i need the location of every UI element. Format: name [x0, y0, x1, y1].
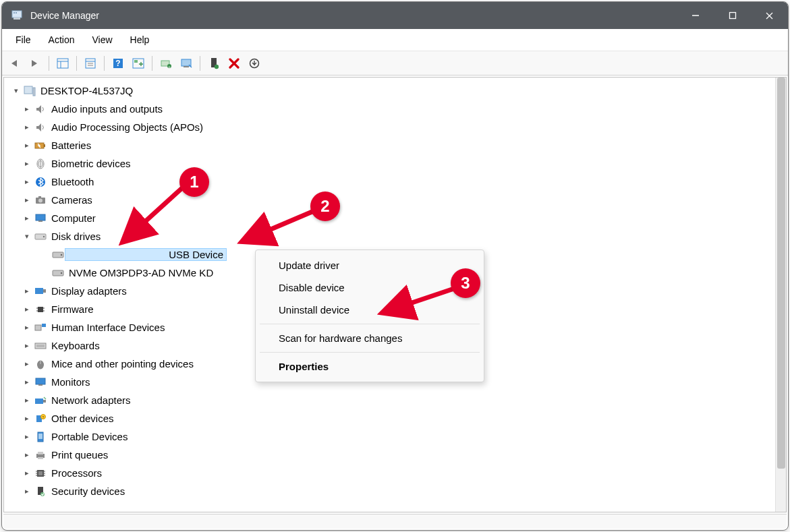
chevron-right-icon[interactable]: ▸ — [22, 432, 32, 442]
disk-icon — [34, 231, 47, 243]
tree-label: Processors — [50, 467, 103, 479]
chevron-right-icon[interactable]: ▸ — [22, 377, 32, 388]
tree-label: Human Interface Devices — [50, 322, 166, 333]
maximize-button[interactable] — [714, 2, 751, 29]
help-button[interactable]: ? — [109, 55, 127, 72]
menu-action[interactable]: Action — [40, 32, 83, 48]
chevron-right-icon[interactable]: ▸ — [22, 450, 32, 461]
tree-item-other[interactable]: ▸ ? Other devices — [4, 409, 775, 427]
security-device-icon — [34, 485, 47, 498]
tree-label: Keyboards — [50, 340, 101, 351]
svg-rect-30 — [44, 144, 45, 147]
scan-button[interactable] — [130, 55, 147, 72]
monitor-icon — [34, 212, 47, 225]
tree-item-security[interactable]: ▸ Security devices — [4, 482, 775, 500]
svg-point-45 — [61, 272, 62, 273]
annotation-badge-3: 3 — [451, 268, 480, 298]
svg-rect-46 — [35, 288, 43, 294]
chevron-right-icon[interactable]: ▸ — [22, 468, 32, 479]
tree-label: Display adapters — [50, 285, 128, 297]
update-driver-button[interactable]: + — [157, 55, 175, 72]
svg-rect-73 — [38, 471, 43, 475]
show-hide-tree-button[interactable] — [54, 55, 72, 72]
svg-line-84 — [386, 289, 454, 312]
chevron-right-icon[interactable]: ▸ — [22, 213, 32, 224]
statusbar — [3, 514, 787, 529]
menu-file[interactable]: File — [7, 32, 39, 48]
vertical-scrollbar[interactable] — [775, 78, 786, 512]
computer-icon — [23, 85, 36, 97]
chevron-right-icon[interactable]: ▸ — [22, 322, 32, 333]
cm-properties[interactable]: Properties — [256, 355, 484, 378]
svg-rect-63 — [43, 400, 46, 403]
chip-icon — [34, 303, 47, 316]
menu-view[interactable]: View — [84, 32, 120, 48]
uninstall-device-button[interactable] — [225, 55, 243, 72]
tree-item-audio-io[interactable]: ▸ Audio inputs and outputs — [4, 100, 775, 118]
minimize-button[interactable] — [677, 2, 714, 29]
tree-item-portable[interactable]: ▸ Portable Devices — [4, 427, 775, 446]
window-title: Device Manager — [30, 10, 99, 21]
svg-point-2 — [13, 12, 15, 13]
speaker-icon — [34, 103, 47, 115]
chevron-right-icon[interactable]: ▸ — [22, 104, 32, 115]
hid-icon — [34, 322, 47, 334]
tree-label: Bluetooth — [50, 176, 95, 187]
tree-item-network[interactable]: ▸ Network adapters — [4, 391, 775, 409]
svg-point-43 — [61, 254, 62, 255]
app-icon — [10, 9, 24, 22]
tree-item-print-queues[interactable]: ▸ Print queues — [4, 446, 775, 464]
network-icon — [34, 394, 47, 407]
chevron-right-icon[interactable]: ▸ — [22, 195, 32, 206]
display-adapter-icon — [34, 285, 47, 297]
chevron-right-icon[interactable]: ▸ — [22, 413, 32, 424]
chevron-right-icon[interactable]: ▸ — [22, 395, 32, 406]
scroll-thumb[interactable] — [777, 78, 785, 469]
forward-button[interactable] — [26, 55, 44, 72]
close-button[interactable] — [751, 2, 788, 29]
chevron-right-icon[interactable]: ▸ — [22, 122, 32, 133]
properties-button[interactable] — [82, 55, 99, 72]
tree-item-processors[interactable]: ▸ Processors — [4, 464, 775, 482]
back-button[interactable] — [6, 55, 24, 72]
chevron-right-icon[interactable]: ▸ — [22, 486, 32, 497]
chevron-down-icon[interactable]: ▾ — [11, 86, 22, 96]
disable-device-button[interactable] — [177, 55, 195, 72]
svg-rect-8 — [57, 59, 68, 68]
disk-icon — [51, 249, 65, 261]
tree-item-audio-processing[interactable]: ▸ Audio Processing Objects (APOs) — [4, 118, 775, 136]
svg-rect-48 — [38, 307, 43, 312]
camera-icon — [34, 194, 47, 206]
chevron-right-icon[interactable]: ▸ — [22, 286, 32, 297]
cm-update-driver[interactable]: Update driver — [256, 254, 484, 276]
tree-root[interactable]: ▾ DESKTOP-4L537JQ — [4, 82, 775, 100]
tree-label: USB Device — [65, 248, 227, 261]
chevron-right-icon[interactable]: ▸ — [22, 177, 32, 187]
svg-rect-18 — [134, 60, 138, 63]
scan-hardware-button[interactable] — [246, 55, 263, 72]
tree-item-biometric[interactable]: ▸ Biometric devices — [4, 154, 775, 173]
svg-rect-5 — [729, 13, 735, 19]
svg-rect-27 — [24, 86, 32, 94]
chevron-right-icon[interactable]: ▸ — [22, 140, 32, 151]
svg-rect-47 — [43, 289, 46, 293]
tree-label: Biometric devices — [50, 158, 132, 169]
tree-label: Firmware — [50, 303, 95, 315]
chevron-right-icon[interactable]: ▸ — [22, 359, 32, 370]
menu-help[interactable]: Help — [122, 32, 158, 48]
annotation-arrow-3 — [376, 283, 464, 320]
svg-rect-28 — [33, 88, 35, 96]
toolbar: ? + — [2, 51, 788, 76]
chevron-right-icon[interactable]: ▸ — [22, 304, 32, 315]
svg-rect-54 — [42, 324, 46, 327]
tree-label: Disk drives — [50, 231, 102, 242]
svg-point-41 — [43, 235, 45, 237]
chevron-right-icon[interactable]: ▸ — [22, 158, 32, 169]
chevron-right-icon[interactable]: ▸ — [22, 341, 32, 351]
menu-separator — [260, 352, 480, 353]
chevron-down-icon[interactable]: ▾ — [22, 231, 32, 242]
tree-item-batteries[interactable]: ▸ Batteries — [4, 136, 775, 154]
cm-scan-hardware[interactable]: Scan for hardware changes — [256, 327, 484, 349]
svg-text:+: + — [168, 64, 171, 68]
enable-device-button[interactable] — [205, 55, 223, 72]
